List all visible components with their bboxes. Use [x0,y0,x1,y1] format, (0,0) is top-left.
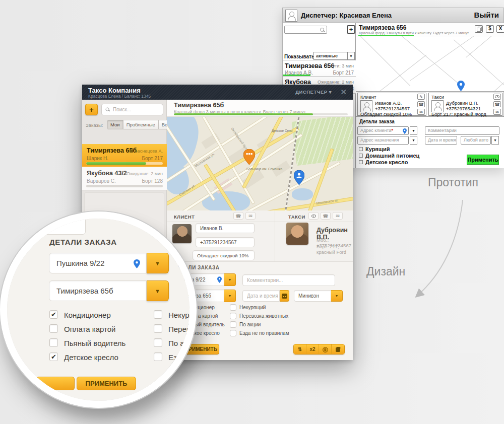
option-checkbox[interactable] [49,324,58,333]
checkbox[interactable] [359,154,363,158]
double-fare-button[interactable]: x2 [306,344,319,354]
comments-input[interactable]: Комментарии [425,126,499,135]
tab-problem[interactable]: Проблемные [123,120,159,129]
client-avatar [360,100,372,112]
order-status: Ожидание: 2 мин [318,80,354,85]
filter-dropdown-arrow[interactable]: ▼ [347,52,355,60]
filter-label: Показывать [284,54,314,59]
option-checkbox[interactable] [230,313,236,319]
comments-input[interactable] [242,274,335,286]
add-order-button[interactable]: + [347,25,355,34]
delete-button[interactable] [332,344,344,354]
mail-client-button[interactable]: ✉ [245,212,256,220]
taxi-pin-icon[interactable] [243,149,255,165]
option-checkbox[interactable]: ✔ [49,310,58,319]
taxi-name: Дубровин В.П. [446,100,478,106]
order-list-item-selected[interactable]: Тимирязева 65б Васнецова А. Шарик Н. Бор… [82,144,167,167]
mail-taxi-button[interactable]: ✉ [333,212,343,220]
magnifier-content: ДЕТАЛИ ЗАКАЗА Пушкина 9/22 ▼ Тимирязева … [7,219,190,401]
map-label: Детское Село [272,129,292,132]
phone-icon[interactable]: ☎ [417,101,425,107]
close-order-button[interactable]: X [496,25,504,33]
coin-icon: $ [323,347,328,352]
map-label: Больница им. Семашко [246,167,275,171]
option-checkbox[interactable] [154,352,162,361]
car-select[interactable]: Любой авто [461,136,491,145]
order-progress-bar [174,113,348,115]
client-address-input[interactable]: Адрес клиента* [357,126,409,135]
option-checkbox[interactable] [154,338,162,347]
order-list-item[interactable]: Якубова 43/2 Ожидание: 2 мин Варваров С.… [82,167,167,190]
car-dropdown-arrow[interactable]: ▼ [491,136,499,145]
dispatcher-menu[interactable]: ДИСПЕТЧЕР ▾ [295,89,332,95]
search-input[interactable] [284,26,327,34]
prototype-map[interactable]: клиент такси [356,36,504,91]
call-client-button[interactable]: ☎ [233,212,243,220]
mail-icon[interactable]: ✉ [493,109,501,115]
destination-input[interactable]: Тимирязева 65б [49,280,147,301]
client-discount-input[interactable] [193,250,255,260]
address-input[interactable]: Пушкина 9/22 [49,253,147,273]
car-dropdown-button[interactable]: ▼ [331,290,343,302]
destination-dropdown-button[interactable]: ▼ [147,280,169,301]
filter-select[interactable]: активные заказы [313,52,347,60]
order-progress [86,162,163,165]
edit-icon[interactable]: ✎ [417,94,425,100]
option-checkbox[interactable] [230,321,236,328]
order-title: Тимирязева 656 [359,24,406,31]
address-dropdown-arrow[interactable]: ▼ [410,126,417,135]
payment-button[interactable]: $ [486,25,494,33]
eye-icon[interactable] [493,94,501,100]
call-taxi-button[interactable]: ☎ [321,212,331,220]
order-list-item[interactable]: Тимирязева 656 В пути: 3 мин Иванов А.В.… [283,60,356,76]
option-checkbox[interactable] [49,338,58,347]
refresh-button[interactable]: ⇅ [294,344,306,354]
destination-dropdown-arrow[interactable]: ▼ [410,136,417,145]
design-map[interactable]: Детское Село Больница им. Семашко Москов… [167,117,353,210]
option-checkbox[interactable]: ✔ [49,352,58,361]
address-dropdown-button[interactable]: ▼ [224,273,236,286]
option-checkbox[interactable] [154,310,162,319]
logout-button[interactable]: Выйти [474,11,499,19]
checkbox[interactable] [359,147,363,151]
taxi-avatar [431,100,444,112]
phone-icon[interactable]: ☎ [493,101,501,107]
geo-pin-icon [217,276,222,283]
datetime-input[interactable] [242,290,280,302]
option-checkbox[interactable] [230,330,236,336]
watch-taxi-button[interactable] [308,212,319,220]
checkbox[interactable] [359,160,363,164]
mail-icon[interactable]: ✉ [417,109,425,115]
client-pin-icon[interactable] [294,170,304,185]
client-name: Иванов А.В. [375,100,402,106]
option-checkbox-row[interactable]: Домашний питомец [359,153,419,159]
payment-button[interactable]: $ [319,344,332,354]
client-phone-input[interactable] [196,237,255,247]
client-name-input[interactable] [196,223,255,233]
datetime-input[interactable]: Дата и время [425,136,457,145]
client-note: Обладает скидкой 10% [360,111,412,117]
add-order-button[interactable]: + [85,104,98,115]
apply-button[interactable]: Применить [467,155,499,165]
address-dropdown-button[interactable]: ▼ [147,253,169,273]
order-board: Борт 217 [333,70,354,76]
tab-my[interactable]: Мои [107,120,123,129]
copy-icon [477,27,481,31]
option-checkbox[interactable] [230,304,236,311]
duplicate-button[interactable] [475,25,483,33]
option-label: Некурящий [168,311,190,319]
option-checkbox-row[interactable]: Детское кресло [359,159,408,165]
car-type-select[interactable] [294,290,331,302]
option-checkbox[interactable] [154,324,162,333]
search-input[interactable]: Поиск... [101,104,163,115]
apply-button[interactable]: ПРИМЕНИТЬ [77,377,136,390]
destination-dropdown-button[interactable]: ▼ [224,290,236,302]
design-titlebar: Таксо Компания Красцова Елена / Баланс: … [82,85,353,100]
map-label: Московское ш. [316,198,339,205]
search-placeholder: Поиск... [113,107,131,112]
option-checkbox-row[interactable]: Курящий [359,146,390,152]
details-label: Детали заказа [359,119,395,124]
close-icon[interactable]: ✕ [340,88,347,97]
calendar-button[interactable] [280,290,289,302]
destination-input[interactable]: Адрес назначения [357,136,409,145]
